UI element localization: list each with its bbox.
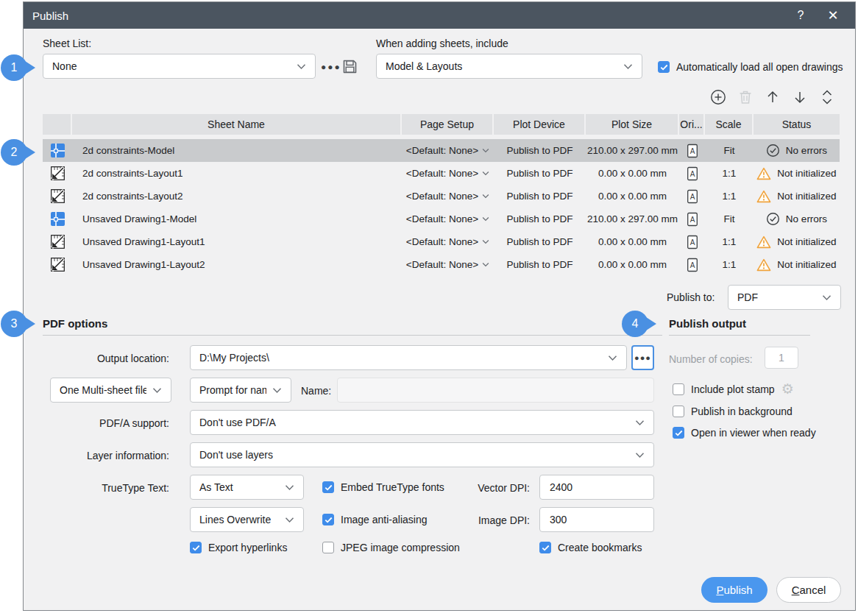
antialias-checkbox[interactable]: Image anti-aliasing <box>322 514 428 525</box>
chevron-down-icon <box>152 387 162 394</box>
svg-text:A: A <box>689 261 695 269</box>
plot-device-cell: Publish to PDF <box>494 185 586 208</box>
truetype-dropdown[interactable]: As Text <box>190 475 304 500</box>
chevron-down-icon <box>482 171 489 176</box>
page-setup-dropdown[interactable]: <Default: None> <box>402 162 494 185</box>
prompt-name-dropdown[interactable]: Prompt for name <box>190 378 291 403</box>
page-setup-dropdown[interactable]: <Default: None> <box>402 230 494 253</box>
create-bookmarks-checkbox[interactable]: Create bookmarks <box>539 542 642 553</box>
scale-cell: Fit <box>705 139 754 162</box>
status-cell: Not initialized <box>754 253 840 276</box>
page-setup-dropdown[interactable]: <Default: None> <box>402 208 494 230</box>
plot-device-cell: Publish to PDF <box>494 230 586 253</box>
header-orientation[interactable]: Ori... <box>679 114 705 135</box>
add-sheet-icon[interactable] <box>709 88 727 106</box>
sheet-list-more-icon[interactable]: ●●● <box>321 62 341 72</box>
page-setup-dropdown[interactable]: <Default: None> <box>402 185 494 208</box>
orientation-icon[interactable]: A <box>679 230 705 253</box>
publish-to-dropdown[interactable]: PDF <box>728 285 841 310</box>
callout-badge-1: 1 <box>1 54 27 81</box>
status-cell: No errors <box>754 139 840 162</box>
jpeg-compression-checkbox[interactable]: JPEG image compression <box>322 542 460 553</box>
publish-button[interactable]: Publish <box>701 577 767 603</box>
plot-size-cell: 0.00 x 0.00 mm <box>586 185 679 208</box>
table-row[interactable]: Unsaved Drawing1-Model <Default: None> P… <box>43 208 840 230</box>
plot-device-cell: Publish to PDF <box>494 253 586 276</box>
model-sheet-icon <box>51 144 65 157</box>
table-row[interactable]: Unsaved Drawing1-Layout1 <Default: None>… <box>43 230 840 253</box>
model-sheet-icon <box>51 212 65 226</box>
save-sheet-list-icon[interactable] <box>341 57 359 76</box>
browse-output-button[interactable]: ●●● <box>631 345 654 370</box>
image-dpi-input[interactable]: 300 <box>539 507 654 532</box>
background-checkbox[interactable]: Publish in background <box>673 406 793 417</box>
cancel-button[interactable]: Cancel <box>776 577 841 603</box>
warning-icon <box>756 258 771 272</box>
open-viewer-checkbox[interactable]: Open in viewer when ready <box>673 427 816 439</box>
copies-label: Number of copies: <box>669 353 753 365</box>
chevron-down-icon <box>297 63 306 70</box>
layout-sheet-icon <box>51 258 65 272</box>
orientation-icon[interactable]: A <box>679 185 705 208</box>
chevron-down-icon <box>272 387 282 394</box>
name-label: Name: <box>301 385 331 397</box>
reorder-icon[interactable] <box>818 88 836 106</box>
header-scale[interactable]: Scale <box>705 114 754 135</box>
callout-badge-2: 2 <box>1 139 27 166</box>
image-dpi-label: Image DPI: <box>465 514 530 526</box>
pdfa-dropdown[interactable]: Don't use PDF/A <box>190 410 654 435</box>
header-plot-device[interactable]: Plot Device <box>494 114 586 135</box>
table-body: 2d constraints-Model <Default: None> Pub… <box>43 139 840 276</box>
copies-input: 1 <box>765 347 798 369</box>
sheet-list-dropdown[interactable]: None <box>43 54 316 79</box>
no-errors-icon <box>766 212 780 226</box>
move-down-icon[interactable] <box>791 88 809 106</box>
header-status[interactable]: Status <box>754 114 840 135</box>
warning-icon <box>756 167 771 180</box>
export-hyperlinks-checkbox[interactable]: Export hyperlinks <box>190 542 287 553</box>
close-button[interactable]: ✕ <box>817 7 849 24</box>
plot-size-cell: 0.00 x 0.00 mm <box>586 253 679 276</box>
sheet-type-icon <box>43 253 72 276</box>
callout-badge-4: 4 <box>622 311 648 337</box>
table-row[interactable]: 2d constraints-Model <Default: None> Pub… <box>43 139 840 162</box>
table-row[interactable]: 2d constraints-Layout1 <Default: None> P… <box>43 162 840 185</box>
publish-dialog: Publish ? ✕ Sheet List: None ●●● When ad… <box>23 1 856 611</box>
when-adding-dropdown[interactable]: Model & Layouts <box>376 54 642 79</box>
embed-fonts-checkbox[interactable]: Embed TrueType fonts <box>322 481 444 493</box>
table-row[interactable]: 2d constraints-Layout2 <Default: None> P… <box>43 185 840 208</box>
page-setup-dropdown[interactable]: <Default: None> <box>402 253 494 276</box>
chevron-down-icon <box>482 262 489 267</box>
help-button[interactable]: ? <box>784 9 817 22</box>
autoload-checkbox[interactable]: Automatically load all open drawings <box>658 61 843 73</box>
multisheet-dropdown[interactable]: One Multi-sheet file <box>50 378 171 403</box>
output-location-combo[interactable]: D:\My Projects\ <box>190 345 627 370</box>
status-cell: Not initialized <box>754 230 840 253</box>
header-plot-size[interactable]: Plot Size <box>586 114 679 135</box>
warning-icon <box>756 236 771 249</box>
plot-device-cell: Publish to PDF <box>494 208 586 230</box>
header-icon-col <box>43 114 72 135</box>
orientation-icon[interactable]: A <box>679 208 705 230</box>
sheet-type-icon <box>43 139 72 162</box>
page-setup-dropdown[interactable]: <Default: None> <box>402 139 494 162</box>
header-sheet-name[interactable]: Sheet Name <box>72 114 402 135</box>
pdfa-label: PDF/A support: <box>43 417 169 429</box>
header-page-setup[interactable]: Page Setup <box>402 114 494 135</box>
orientation-icon[interactable]: A <box>679 253 705 276</box>
merge-control-dropdown[interactable]: Lines Overwrite <box>190 507 304 532</box>
sheet-name-cell: Unsaved Drawing1-Layout1 <box>72 230 402 253</box>
vector-dpi-input[interactable]: 2400 <box>539 475 654 500</box>
plot-size-cell: 0.00 x 0.00 mm <box>586 230 679 253</box>
sheet-name-cell: 2d constraints-Layout2 <box>72 185 402 208</box>
orientation-icon[interactable]: A <box>679 139 705 162</box>
plot-stamp-checkbox[interactable]: Include plot stamp ⚙ <box>673 382 794 396</box>
publish-output-title: Publish output <box>669 317 746 330</box>
chevron-down-icon <box>482 239 489 244</box>
table-row[interactable]: Unsaved Drawing1-Layout2 <Default: None>… <box>43 253 840 276</box>
layer-info-dropdown[interactable]: Don't use layers <box>190 442 654 467</box>
truetype-label: TrueType Text: <box>43 482 169 494</box>
move-up-icon[interactable] <box>764 88 781 106</box>
chevron-down-icon <box>482 194 489 199</box>
orientation-icon[interactable]: A <box>679 162 705 185</box>
